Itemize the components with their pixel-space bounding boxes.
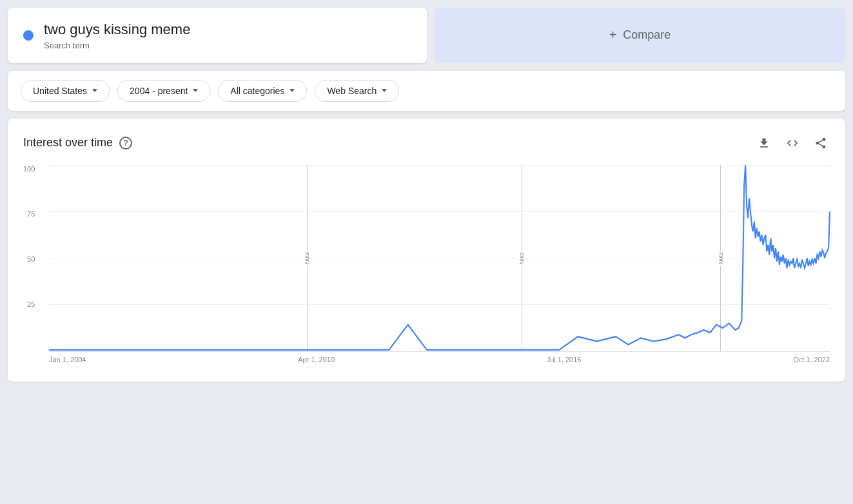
category-label: All categories xyxy=(230,86,284,96)
search-term-subtitle: Search term xyxy=(44,41,190,50)
region-chevron-icon xyxy=(92,89,97,92)
chart-title-area: Interest over time ? xyxy=(23,136,132,150)
share-button[interactable] xyxy=(812,134,830,152)
x-label-2004: Jan 1, 2004 xyxy=(49,356,86,363)
trend-line-chart xyxy=(49,165,830,351)
category-filter[interactable]: All categories xyxy=(218,80,307,102)
chart-area: 100 75 50 25 Note Note Note xyxy=(49,165,830,371)
chart-inner: Note Note Note xyxy=(49,165,830,352)
search-type-filter[interactable]: Web Search xyxy=(315,80,399,102)
x-label-2010: Apr 1, 2010 xyxy=(298,356,335,363)
x-label-2016: Jul 1, 2016 xyxy=(547,356,582,363)
region-label: United States xyxy=(33,86,87,96)
x-axis: Jan 1, 2004 Apr 1, 2010 Jul 1, 2016 Oct … xyxy=(49,352,830,363)
y-axis: 100 75 50 25 xyxy=(23,165,39,345)
compare-card[interactable]: + Compare xyxy=(435,8,845,63)
chart-actions xyxy=(755,134,830,152)
y-label-50: 50 xyxy=(27,255,35,263)
search-type-label: Web Search xyxy=(327,86,377,96)
search-term-dot xyxy=(23,30,34,41)
download-button[interactable] xyxy=(755,134,773,152)
x-label-2022: Oct 1, 2022 xyxy=(793,356,830,363)
search-term-card: two guys kissing meme Search term xyxy=(8,8,427,63)
chart-title: Interest over time xyxy=(23,136,113,150)
category-chevron-icon xyxy=(289,89,295,92)
search-type-chevron-icon xyxy=(382,89,387,92)
time-filter[interactable]: 2004 - present xyxy=(117,80,210,102)
filters-row: United States 2004 - present All categor… xyxy=(8,71,845,111)
search-term-text: two guys kissing meme Search term xyxy=(44,21,190,50)
region-filter[interactable]: United States xyxy=(21,80,110,102)
y-label-100: 100 xyxy=(23,165,35,173)
time-chevron-icon xyxy=(193,89,198,92)
chart-card: Interest over time ? 100 75 50 25 xyxy=(8,119,845,382)
chart-header: Interest over time ? xyxy=(23,134,830,152)
y-label-25: 25 xyxy=(27,300,35,308)
time-label: 2004 - present xyxy=(130,86,188,96)
y-label-75: 75 xyxy=(27,210,35,218)
search-term-title: two guys kissing meme xyxy=(44,21,190,39)
embed-button[interactable] xyxy=(783,134,801,152)
compare-plus-icon: + xyxy=(609,28,617,43)
compare-label: Compare xyxy=(623,28,671,42)
help-icon[interactable]: ? xyxy=(119,137,132,150)
